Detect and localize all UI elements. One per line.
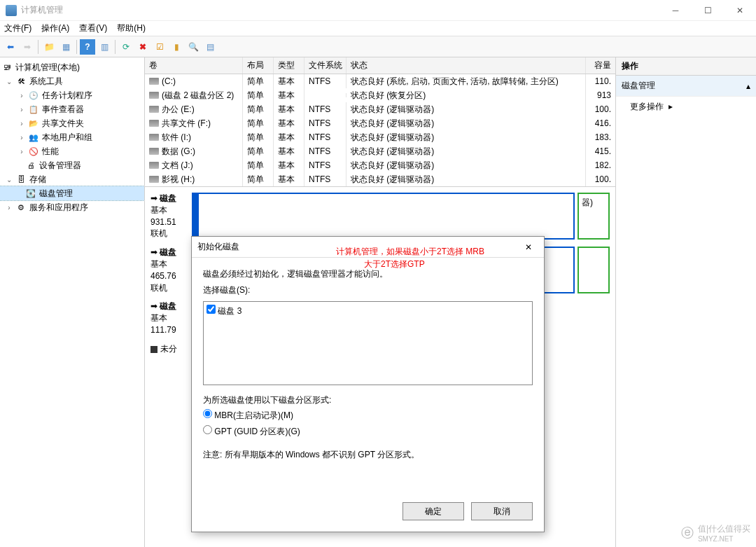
disk-row[interactable]: ➡ 磁盘 基本 931.51 联机 器) xyxy=(150,193,610,240)
caret-icon[interactable]: › xyxy=(18,134,25,141)
caret-right-icon: ▸ xyxy=(668,102,673,111)
dialog-titlebar[interactable]: 初始化磁盘 ✕ xyxy=(192,237,544,258)
volume-icon xyxy=(149,162,159,169)
initialize-disk-dialog: 初始化磁盘 ✕ 磁盘必须经过初始化，逻辑磁盘管理器才能访问。 选择磁盘(S): … xyxy=(191,236,545,532)
tree-shared-folders[interactable]: › 📂 共享文件夹 xyxy=(0,116,144,130)
volume-list[interactable]: (C:)简单基本NTFS状态良好 (系统, 启动, 页面文件, 活动, 故障转储… xyxy=(145,74,615,186)
menu-file[interactable]: 文件(F) xyxy=(4,22,31,34)
back-button[interactable]: ⬅ xyxy=(3,39,18,55)
disk-label: ➡ 磁盘 基本 111.79 xyxy=(150,300,189,335)
tree-services-apps[interactable]: › ⚙ 服务和应用程序 xyxy=(0,200,144,214)
delete-icon[interactable]: ✖ xyxy=(135,39,150,55)
tree-local-users[interactable]: › 👥 本地用户和组 xyxy=(0,130,144,144)
disk-label: ➡ 磁盘 基本 931.51 联机 xyxy=(150,193,189,240)
properties-icon[interactable]: ▦ xyxy=(58,39,74,55)
titlebar: 计算机管理 ─ ☐ ✕ xyxy=(0,0,756,21)
tree-event-viewer[interactable]: › 📋 事件查看器 xyxy=(0,102,144,116)
actions-section[interactable]: 磁盘管理 ▴ xyxy=(616,76,756,97)
dialog-buttons: 确定 取消 xyxy=(192,495,544,532)
volume-icon xyxy=(149,92,159,99)
volume-icon xyxy=(149,176,159,183)
tree-root[interactable]: 🖳 计算机管理(本地) xyxy=(0,60,144,74)
gpt-radio[interactable]: GPT (GUID 分区表)(G) xyxy=(203,427,300,436)
col-capacity[interactable]: 容量 xyxy=(586,57,615,74)
volume-icon xyxy=(149,134,159,141)
mbr-radio[interactable]: MBR(主启动记录)(M) xyxy=(203,410,293,420)
toolbar: ⬅ ➡ 📁 ▦ ? ▥ ⟳ ✖ ☑ ▮ 🔍 ▤ xyxy=(0,36,756,57)
disk-label: ➡ 磁盘 基本 465.76 联机 xyxy=(150,247,189,293)
event-icon: 📋 xyxy=(28,104,39,115)
view-icon[interactable]: ▥ xyxy=(97,39,112,55)
partition-style-label: 为所选磁盘使用以下磁盘分区形式: xyxy=(203,392,533,408)
col-type[interactable]: 类型 xyxy=(274,57,304,74)
refresh-icon[interactable]: ⟳ xyxy=(118,39,134,55)
search-icon[interactable]: 🔍 xyxy=(186,39,201,55)
menu-help[interactable]: 帮助(H) xyxy=(117,22,146,34)
dialog-body: 磁盘必须经过初始化，逻辑磁盘管理器才能访问。 选择磁盘(S): 磁盘 3 为所选… xyxy=(192,258,544,495)
disk-partition[interactable] xyxy=(192,193,575,240)
disk-checkbox[interactable] xyxy=(206,305,216,314)
menu-action[interactable]: 操作(A) xyxy=(41,22,69,34)
volume-icon xyxy=(149,78,159,85)
forward-button[interactable]: ➡ xyxy=(20,39,35,55)
device-icon: 🖨 xyxy=(25,160,36,171)
maximize-button[interactable]: ☐ xyxy=(692,0,724,21)
caret-icon[interactable]: › xyxy=(18,92,25,99)
tree-performance[interactable]: › 🚫 性能 xyxy=(0,144,144,158)
caret-icon[interactable]: ⌄ xyxy=(6,176,13,184)
help-icon[interactable]: ? xyxy=(80,39,95,55)
caret-icon[interactable]: › xyxy=(6,204,13,212)
check-icon[interactable]: ☑ xyxy=(152,39,167,55)
close-button[interactable]: ✕ xyxy=(724,0,756,21)
tree-task-scheduler[interactable]: › 🕒 任务计划程序 xyxy=(0,88,144,102)
menu-view[interactable]: 查看(V) xyxy=(79,22,107,34)
volume-icon xyxy=(149,106,159,113)
actions-title: 操作 xyxy=(616,57,756,76)
caret-icon[interactable]: ⌄ xyxy=(6,78,13,85)
caret-icon[interactable]: › xyxy=(18,148,25,155)
volume-header: 卷 布局 类型 文件系统 状态 容量 xyxy=(145,57,615,74)
disk-partition[interactable] xyxy=(578,247,610,293)
tree-device-manager[interactable]: 🖨 设备管理器 xyxy=(0,158,144,172)
caret-icon[interactable]: › xyxy=(18,120,25,127)
tree-system-tools[interactable]: ⌄ 🛠 系统工具 xyxy=(0,74,144,88)
caret-icon[interactable]: › xyxy=(18,106,25,113)
tree-storage[interactable]: ⌄ 🗄 存储 xyxy=(0,172,144,186)
dialog-description: 磁盘必须经过初始化，逻辑磁盘管理器才能访问。 xyxy=(203,266,533,282)
volume-row[interactable]: 影视 (H:)简单基本NTFS状态良好 (逻辑驱动器)100. xyxy=(145,172,615,186)
computer-icon: 🖳 xyxy=(1,62,13,73)
clock-icon: 🕒 xyxy=(28,90,39,101)
volume-icon xyxy=(149,148,159,155)
col-volume[interactable]: 卷 xyxy=(145,57,243,74)
volume-row[interactable]: 文档 (J:)简单基本NTFS状态良好 (逻辑驱动器)182. xyxy=(145,158,615,172)
dialog-note: 注意: 所有早期版本的 Windows 都不识别 GPT 分区形式。 xyxy=(203,447,533,463)
disk-checkbox-item[interactable]: 磁盘 3 xyxy=(206,303,529,319)
volume-row[interactable]: 共享文件 (F:)简单基本NTFS状态良好 (逻辑驱动器)416. xyxy=(145,116,615,130)
volume-row[interactable]: 数据 (G:)简单基本NTFS状态良好 (逻辑驱动器)415. xyxy=(145,144,615,158)
dialog-close-button[interactable]: ✕ xyxy=(519,242,538,252)
watermark: ⓔ 值|什么值得买 SMYZ.NET xyxy=(681,523,750,543)
up-icon[interactable]: 📁 xyxy=(41,39,57,55)
more-actions[interactable]: 更多操作 ▸ xyxy=(616,97,756,117)
disk-select-list[interactable]: 磁盘 3 xyxy=(203,301,533,385)
dialog-title: 初始化磁盘 xyxy=(197,241,519,253)
cancel-button[interactable]: 取消 xyxy=(471,502,533,520)
ok-button[interactable]: 确定 xyxy=(402,502,464,520)
users-icon: 👥 xyxy=(28,132,39,143)
volume-row[interactable]: (C:)简单基本NTFS状态良好 (系统, 启动, 页面文件, 活动, 故障转储… xyxy=(145,74,615,88)
list-icon[interactable]: ▤ xyxy=(202,39,218,55)
minimize-button[interactable]: ─ xyxy=(659,0,692,21)
folder-icon[interactable]: ▮ xyxy=(169,39,184,55)
tree-disk-management[interactable]: 💽 磁盘管理 xyxy=(0,186,144,200)
col-status[interactable]: 状态 xyxy=(346,57,586,74)
window-title: 计算机管理 xyxy=(21,4,659,16)
disk-partition[interactable]: 器) xyxy=(578,193,610,240)
actions-pane: 操作 磁盘管理 ▴ 更多操作 ▸ xyxy=(616,57,756,547)
col-fs[interactable]: 文件系统 xyxy=(304,57,346,74)
volume-row[interactable]: (磁盘 2 磁盘分区 2)简单基本状态良好 (恢复分区)913 xyxy=(145,88,615,102)
nav-tree[interactable]: 🖳 计算机管理(本地) ⌄ 🛠 系统工具 › 🕒 任务计划程序 › 📋 事件查看… xyxy=(0,57,145,547)
col-layout[interactable]: 布局 xyxy=(243,57,274,74)
volume-row[interactable]: 办公 (E:)简单基本NTFS状态良好 (逻辑驱动器)100. xyxy=(145,102,615,116)
volume-row[interactable]: 软件 (I:)简单基本NTFS状态良好 (逻辑驱动器)183. xyxy=(145,130,615,144)
volume-icon xyxy=(149,120,159,127)
